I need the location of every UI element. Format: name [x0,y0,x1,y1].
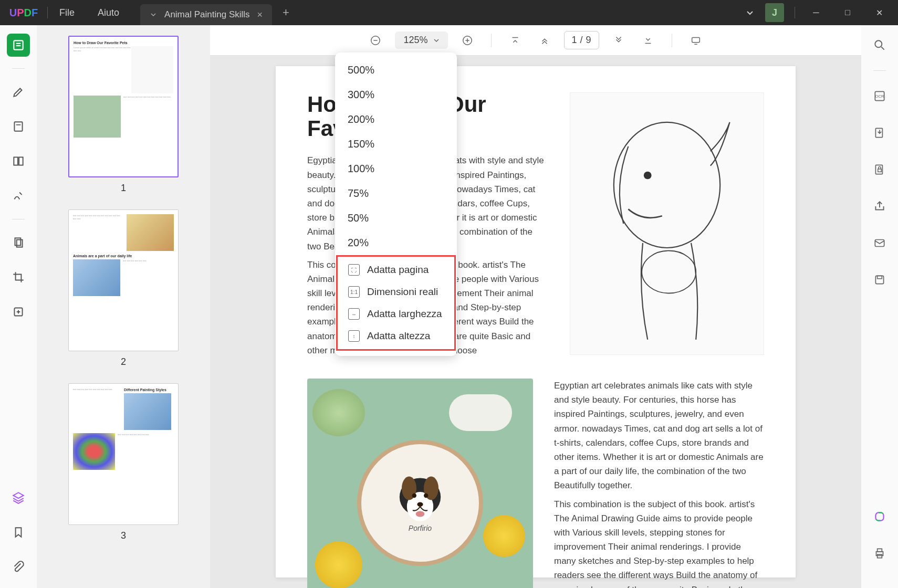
user-avatar[interactable]: J [765,3,784,22]
thumbnail-number: 2 [68,356,179,368]
search-button[interactable] [868,34,891,57]
dog-sketch-image [570,92,764,355]
zoom-option-150[interactable]: 150% [335,132,457,156]
thumbnails-panel[interactable]: How to Draw Our Favorite Pets Lorem ipsu… [37,25,210,588]
zoom-out-button[interactable] [366,30,385,50]
zoom-option-100[interactable]: 100% [335,156,457,181]
organize-pages-button[interactable] [7,150,30,173]
svg-rect-36 [878,169,882,172]
zoom-fit-label: Dimensioni reali [367,286,438,298]
thumbnail-1[interactable]: How to Draw Our Favorite Pets Lorem ipsu… [68,36,179,194]
next-page-button[interactable] [609,30,629,50]
dog-face-icon: Porfirio [383,466,457,540]
share-button[interactable] [868,195,891,218]
tab-dropdown-icon [150,11,157,18]
fill-sign-button[interactable] [7,184,30,207]
svg-point-27 [417,502,423,507]
page-separator: / [580,35,583,46]
first-page-button[interactable] [505,30,525,50]
page-indicator[interactable]: 1 / 9 [564,31,599,49]
divider [12,68,25,69]
window-maximize-button[interactable]: □ [837,2,858,23]
convert-button[interactable] [868,121,891,144]
thumbnail-3[interactable]: text text text text text text text text … [68,383,179,541]
document-tab[interactable]: Animal Painting Skills × [140,4,272,25]
svg-rect-3 [14,122,22,131]
thumbnail-image: text text text text text text text text … [68,383,179,525]
crop-tool-button[interactable] [7,266,30,289]
zoom-option-20[interactable]: 20% [335,230,457,255]
email-button[interactable] [868,232,891,255]
zoom-option-75[interactable]: 75% [335,181,457,206]
bookmark-button[interactable] [7,521,30,544]
zoom-level-value: 125% [403,35,427,46]
zoom-option-500[interactable]: 500% [335,58,457,82]
presentation-button[interactable] [686,30,706,50]
svg-point-26 [424,494,428,498]
ai-button[interactable] [868,505,891,528]
svg-rect-43 [878,549,882,551]
document-toolbar: 125% 1 / 9 [210,25,861,56]
app-logo: UPDF [0,7,47,19]
zoom-option-300[interactable]: 300% [335,82,457,107]
reader-mode-button[interactable] [7,34,30,57]
thumbnail-number: 1 [68,183,179,194]
menu-file[interactable]: File [48,7,86,18]
chevron-down-icon [433,37,440,44]
titlebar: UPDF File Aiuto Animal Painting Skills ×… [0,0,898,25]
window-minimize-button[interactable]: ─ [806,2,827,23]
tab-add-button[interactable]: + [283,6,289,19]
fit-page-icon: ⛶ [348,264,360,276]
zoom-actual-size[interactable]: 1:1Dimensioni reali [338,281,454,303]
page-current: 1 [572,35,577,46]
attachment-button[interactable] [7,555,30,579]
print-button[interactable] [868,542,891,565]
zoom-option-200[interactable]: 200% [335,107,457,132]
window-close-button[interactable]: ✕ [869,2,890,23]
svg-rect-38 [875,276,883,284]
fit-height-icon: ↕ [348,330,360,342]
actual-size-icon: 1:1 [348,286,360,298]
zoom-fit-page[interactable]: ⛶Adatta pagina [338,259,454,281]
divider [12,219,25,219]
divider [672,34,672,47]
prev-page-button[interactable] [535,30,555,50]
chevron-down-icon[interactable] [745,8,755,17]
zoom-fit-width[interactable]: ↔Adatta larghezza [338,303,454,325]
zoom-fit-label: Adatta larghezza [367,308,442,320]
batch-tool-button[interactable] [7,231,30,254]
thumbnail-2[interactable]: text text text text text text text text … [68,209,179,368]
last-page-button[interactable] [638,30,658,50]
tab-title: Animal Painting Skills [164,9,250,20]
svg-rect-37 [875,240,884,247]
zoom-option-50[interactable]: 50% [335,206,457,230]
svg-rect-7 [15,238,21,245]
svg-rect-44 [878,554,882,558]
svg-rect-6 [19,157,23,165]
ocr-button[interactable]: OCR [868,85,891,108]
zoom-fit-group-highlight: ⛶Adatta pagina 1:1Dimensioni reali ↔Adat… [336,255,456,351]
tab-close-button[interactable]: × [257,9,263,20]
compress-tool-button[interactable] [7,300,30,323]
menu-help[interactable]: Aiuto [86,7,131,18]
svg-text:Porfirio: Porfirio [409,524,432,532]
thumbnail-image: How to Draw Our Favorite Pets Lorem ipsu… [68,36,179,177]
zoom-fit-label: Adatta altezza [367,330,430,342]
svg-point-30 [875,40,882,47]
zoom-level-dropdown[interactable]: 125% [395,32,447,49]
svg-rect-17 [692,37,699,42]
protect-button[interactable] [868,158,891,181]
zoom-in-button[interactable] [457,30,477,50]
svg-rect-8 [17,240,23,247]
embroidery-hoop: Porfirio [357,440,483,566]
edit-tool-button[interactable] [7,115,30,138]
layers-button[interactable] [7,486,30,509]
zoom-fit-label: Adatta pagina [367,264,429,276]
svg-point-20 [642,251,696,293]
save-button[interactable] [868,268,891,291]
fit-width-icon: ↔ [348,308,360,320]
annotate-tool-button[interactable] [7,80,30,103]
document-scroll-area[interactable]: How to Draw OurFavorite Pets Egyptian ar… [210,56,861,588]
dog-illustration-icon [570,93,764,354]
zoom-fit-height[interactable]: ↕Adatta altezza [338,325,454,347]
